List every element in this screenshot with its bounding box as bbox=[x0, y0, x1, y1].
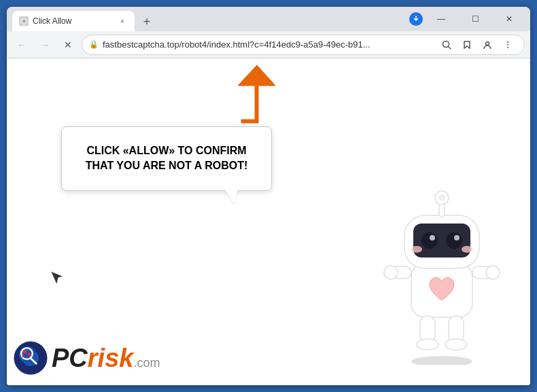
search-icon[interactable] bbox=[437, 35, 456, 54]
arrow-indicator bbox=[231, 62, 292, 132]
svg-point-15 bbox=[384, 266, 398, 279]
captcha-message-text: CLICK «ALLOW» TO CONFIRM THAT YOU ARE NO… bbox=[84, 143, 249, 174]
menu-icon[interactable] bbox=[498, 35, 517, 54]
risk-text: risk bbox=[88, 344, 134, 372]
svg-point-26 bbox=[454, 235, 460, 240]
svg-point-7 bbox=[507, 47, 508, 48]
svg-line-3 bbox=[449, 46, 451, 49]
svg-point-6 bbox=[507, 44, 508, 46]
minimize-button[interactable]: — bbox=[426, 9, 457, 29]
maximize-button[interactable]: ☐ bbox=[460, 9, 491, 29]
svg-point-25 bbox=[430, 235, 435, 240]
robot-illustration bbox=[381, 181, 503, 365]
close-button[interactable]: ✕ bbox=[493, 9, 525, 29]
url-actions bbox=[437, 35, 517, 54]
svg-point-19 bbox=[417, 339, 438, 350]
tab-close-button[interactable]: × bbox=[117, 16, 128, 26]
pcrisk-logo: PCrisk.com bbox=[14, 341, 160, 375]
domain-text: .com bbox=[133, 356, 160, 370]
svg-point-39 bbox=[22, 355, 24, 357]
profile-icon[interactable] bbox=[478, 35, 497, 54]
svg-point-20 bbox=[445, 339, 467, 350]
back-button[interactable]: ← bbox=[12, 35, 31, 54]
svg-point-5 bbox=[507, 41, 508, 43]
tab-title: Click Allow bbox=[33, 16, 113, 26]
lock-icon: 🔒 bbox=[89, 40, 99, 49]
captcha-message-box: CLICK «ALLOW» TO CONFIRM THAT YOU ARE NO… bbox=[61, 126, 272, 191]
svg-point-24 bbox=[446, 232, 462, 249]
svg-point-23 bbox=[421, 232, 438, 249]
tab-favicon: ✦ bbox=[19, 16, 29, 26]
svg-marker-10 bbox=[238, 65, 275, 86]
svg-point-27 bbox=[411, 246, 422, 253]
page-content: CLICK «ALLOW» TO CONFIRM THAT YOU ARE NO… bbox=[7, 58, 530, 385]
url-bar[interactable]: 🔒 fastbestcaptcha.top/robot4/index.html?… bbox=[82, 35, 525, 55]
svg-point-38 bbox=[28, 353, 31, 356]
mouse-cursor bbox=[50, 268, 67, 289]
tab-strip: ✦ Click Allow × + bbox=[12, 7, 406, 31]
browser-window: ✦ Click Allow × + — ☐ ✕ ← → ✕ 🔒 bbox=[7, 7, 530, 385]
svg-point-11 bbox=[411, 356, 472, 365]
svg-text:✦: ✦ bbox=[22, 18, 27, 24]
url-text: fastbestcaptcha.top/robot4/index.html?c=… bbox=[103, 39, 433, 50]
svg-point-16 bbox=[486, 266, 500, 279]
window-controls: — ☐ ✕ bbox=[409, 9, 525, 29]
pcrisk-icon bbox=[14, 341, 48, 375]
title-bar: ✦ Click Allow × + — ☐ ✕ bbox=[7, 7, 530, 31]
svg-point-37 bbox=[23, 350, 27, 354]
bookmark-icon[interactable] bbox=[457, 35, 477, 54]
address-bar: ← → ✕ 🔒 fastbestcaptcha.top/robot4/index… bbox=[7, 31, 530, 58]
browser-tab[interactable]: ✦ Click Allow × bbox=[12, 11, 135, 31]
pcrisk-text: PCrisk.com bbox=[52, 344, 160, 373]
svg-point-31 bbox=[438, 194, 445, 201]
svg-point-4 bbox=[486, 41, 489, 45]
pc-text: PC bbox=[52, 344, 88, 372]
reload-button[interactable]: ✕ bbox=[58, 35, 77, 54]
new-tab-button[interactable]: + bbox=[137, 12, 156, 31]
svg-point-28 bbox=[462, 246, 472, 253]
forward-button[interactable]: → bbox=[35, 35, 54, 54]
browser-notification-icon[interactable] bbox=[409, 12, 423, 26]
